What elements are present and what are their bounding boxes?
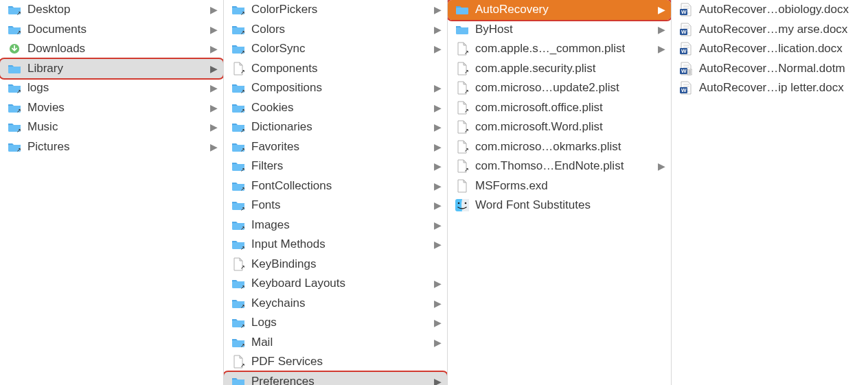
finder-item-pictures[interactable]: Pictures▶	[0, 137, 223, 157]
finder-item-com-microso-okmarks-plist[interactable]: com.microso…okmarks.plist	[448, 137, 671, 157]
finder-item-keychains[interactable]: Keychains▶	[224, 294, 447, 314]
finder-item-music[interactable]: Music▶	[0, 117, 223, 137]
folder-icon	[7, 23, 22, 36]
folder-icon	[231, 296, 246, 310]
chevron-right-icon: ▶	[206, 4, 218, 15]
chevron-right-icon: ▶	[430, 278, 442, 289]
finder-item-logs[interactable]: logs▶	[0, 78, 223, 98]
finder-item-label: Input Methods	[251, 237, 430, 251]
finder-item-label: Downloads	[27, 42, 206, 56]
downloads-icon	[7, 42, 22, 56]
finder-column-view: Desktop▶Documents▶Downloads▶Library▶logs…	[0, 0, 868, 385]
finder-item-label: KeyBindings	[251, 257, 442, 271]
chevron-right-icon: ▶	[206, 82, 218, 93]
finder-item-com-microsoft-word-plist[interactable]: com.microsoft.Word.plist	[448, 117, 671, 137]
file-icon	[231, 355, 246, 369]
finder-item-label: ByHost	[475, 23, 654, 36]
finder-item-library[interactable]: Library▶	[0, 59, 223, 79]
folder-icon	[7, 120, 22, 134]
chevron-right-icon: ▶	[430, 317, 442, 328]
file-icon	[455, 42, 470, 56]
chevron-right-icon: ▶	[430, 121, 442, 132]
column-4: AutoRecover…obiology.docxAutoRecover…my …	[672, 0, 868, 385]
finder-item-label: AutoRecover…ip letter.docx	[699, 81, 863, 95]
finder-item-label: AutoRecovery	[475, 3, 654, 16]
finder-item-dictionaries[interactable]: Dictionaries▶	[224, 117, 447, 137]
folder-icon	[455, 3, 470, 16]
finder-item-autorecover-obiology-docx[interactable]: AutoRecover…obiology.docx	[672, 0, 868, 20]
finder-item-input-methods[interactable]: Input Methods▶	[224, 235, 447, 255]
finder-item-cookies[interactable]: Cookies▶	[224, 98, 447, 118]
finder-item-keybindings[interactable]: KeyBindings	[224, 255, 447, 275]
finder-item-favorites[interactable]: Favorites▶	[224, 137, 447, 157]
finder-item-components[interactable]: Components	[224, 59, 447, 79]
chevron-right-icon: ▶	[430, 24, 442, 35]
finder-item-label: Cookies	[251, 101, 430, 115]
chevron-right-icon: ▶	[430, 141, 442, 152]
folder-icon	[231, 140, 246, 154]
finder-item-autorecover-my-arse-docx[interactable]: AutoRecover…my arse.docx	[672, 20, 868, 40]
file-icon	[455, 179, 470, 193]
finder-item-com-microso-update2-plist[interactable]: com.microso…update2.plist	[448, 78, 671, 98]
finder-item-label: AutoRecover…obiology.docx	[699, 3, 863, 16]
finder-item-msforms-exd[interactable]: MSForms.exd	[448, 176, 671, 196]
finder-item-colors[interactable]: Colors▶	[224, 20, 447, 40]
finder-item-label: Logs	[251, 316, 430, 329]
folder-icon	[231, 159, 246, 173]
word-template-icon	[678, 62, 694, 75]
finder-item-fonts[interactable]: Fonts▶	[224, 196, 447, 215]
folder-icon	[231, 237, 246, 251]
folder-icon	[231, 101, 246, 115]
finder-item-autorecover-ip-letter-docx[interactable]: AutoRecover…ip letter.docx	[672, 78, 868, 98]
finder-item-pdf-services[interactable]: PDF Services	[224, 352, 447, 372]
finder-item-colorsync[interactable]: ColorSync▶	[224, 39, 447, 59]
chevron-right-icon: ▶	[654, 161, 665, 172]
finder-item-word-font-substitutes[interactable]: Word Font Substitutes	[448, 196, 671, 215]
finder-item-compositions[interactable]: Compositions▶	[224, 78, 447, 98]
finder-item-fontcollections[interactable]: FontCollections▶	[224, 176, 447, 196]
finder-item-com-apple-s-common-plist[interactable]: com.apple.s…_common.plist▶	[448, 39, 671, 59]
finder-item-label: Pictures	[27, 140, 206, 154]
finder-item-label: ColorPickers	[251, 3, 430, 16]
chevron-right-icon: ▶	[430, 180, 442, 191]
finder-item-filters[interactable]: Filters▶	[224, 156, 447, 176]
folder-icon	[231, 42, 246, 56]
chevron-right-icon: ▶	[430, 102, 442, 113]
finder-item-label: Dictionaries	[251, 120, 430, 134]
finder-item-images[interactable]: Images▶	[224, 215, 447, 235]
finder-item-label: Colors	[251, 23, 430, 36]
finder-item-label: Keyboard Layouts	[251, 277, 430, 290]
finder-item-mail[interactable]: Mail▶	[224, 333, 447, 353]
folder-icon	[7, 81, 22, 95]
finder-item-label: Desktop	[27, 3, 206, 16]
finder-icon	[455, 198, 470, 212]
column-1: Desktop▶Documents▶Downloads▶Library▶logs…	[0, 0, 224, 385]
finder-item-keyboard-layouts[interactable]: Keyboard Layouts▶	[224, 274, 447, 294]
folder-icon	[231, 81, 246, 95]
folder-icon	[231, 277, 246, 290]
chevron-right-icon: ▶	[430, 82, 442, 93]
finder-item-desktop[interactable]: Desktop▶	[0, 0, 223, 20]
finder-item-byhost[interactable]: ByHost▶	[448, 20, 671, 40]
finder-item-logs[interactable]: Logs▶	[224, 313, 447, 333]
finder-item-label: Mail	[251, 336, 430, 349]
finder-item-colorpickers[interactable]: ColorPickers▶	[224, 0, 447, 20]
chevron-right-icon: ▶	[430, 298, 442, 309]
chevron-right-icon: ▶	[654, 43, 665, 54]
finder-item-documents[interactable]: Documents▶	[0, 20, 223, 40]
chevron-right-icon: ▶	[206, 63, 218, 74]
finder-item-com-apple-security-plist[interactable]: com.apple.security.plist	[448, 59, 671, 79]
finder-item-label: Images	[251, 218, 430, 232]
finder-item-preferences[interactable]: Preferences▶	[224, 372, 447, 386]
folder-icon	[231, 218, 246, 232]
finder-item-downloads[interactable]: Downloads▶	[0, 39, 223, 59]
finder-item-label: com.microsoft.office.plist	[475, 101, 665, 115]
chevron-right-icon: ▶	[206, 43, 218, 54]
finder-item-movies[interactable]: Movies▶	[0, 98, 223, 118]
finder-item-com-microsoft-office-plist[interactable]: com.microsoft.office.plist	[448, 98, 671, 118]
finder-item-autorecover-lication-docx[interactable]: AutoRecover…lication.docx	[672, 39, 868, 59]
finder-item-com-thomso-endnote-plist[interactable]: com.Thomso…EndNote.plist▶	[448, 156, 671, 176]
finder-item-label: com.apple.s…_common.plist	[475, 42, 654, 56]
finder-item-autorecovery[interactable]: AutoRecovery▶	[448, 0, 671, 20]
finder-item-autorecover-normal-dotm[interactable]: AutoRecover…Normal.dotm	[672, 59, 868, 79]
